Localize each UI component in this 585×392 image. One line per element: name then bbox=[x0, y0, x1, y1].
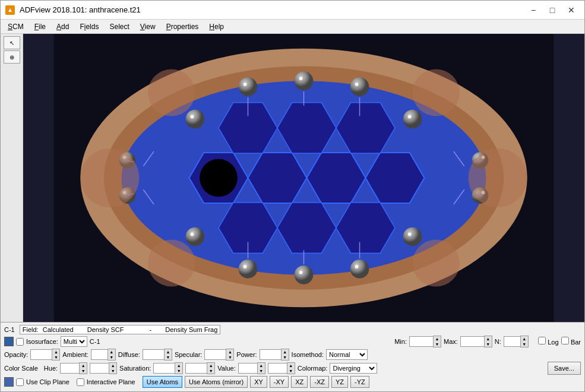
control-row-3: Opacity: 100 ▲ ▼ Ambient: 1 ▲ ▼ Diffuse:… bbox=[4, 349, 581, 361]
ambient-down[interactable]: ▼ bbox=[108, 355, 115, 360]
left-tool-1[interactable]: ↖ bbox=[4, 36, 20, 49]
sat1-up[interactable]: ▲ bbox=[175, 363, 182, 368]
isosurface-dropdown[interactable]: Multi Single bbox=[61, 336, 87, 347]
sat2-input[interactable]: 100 bbox=[185, 363, 207, 374]
save-button[interactable]: Save... bbox=[548, 362, 581, 375]
specular-label: Specular: bbox=[175, 351, 202, 358]
isomethod-dropdown[interactable]: Normal Smooth bbox=[326, 349, 368, 360]
sat2-spin[interactable]: 100 ▲ ▼ bbox=[185, 362, 215, 374]
svg-point-32 bbox=[295, 71, 314, 90]
n-spin[interactable]: 7 ▲ ▼ bbox=[504, 336, 529, 347]
use-atoms-mirror-button[interactable]: Use Atoms (mirror) bbox=[185, 376, 248, 388]
svg-point-70 bbox=[355, 265, 359, 268]
colormap-dropdown[interactable]: Diverging Rainbow Grayscale bbox=[330, 363, 377, 374]
hue1-down[interactable]: ▼ bbox=[80, 368, 87, 374]
min-input[interactable]: -0.010C bbox=[409, 336, 433, 347]
specular-up[interactable]: ▲ bbox=[226, 349, 233, 355]
yz-button[interactable]: YZ bbox=[331, 376, 348, 388]
sat2-down[interactable]: ▼ bbox=[207, 368, 214, 374]
hue2-up[interactable]: ▲ bbox=[109, 363, 116, 368]
menu-select[interactable]: Select bbox=[105, 21, 134, 32]
opacity-spin[interactable]: 100 ▲ ▼ bbox=[30, 349, 60, 361]
min-up[interactable]: ▲ bbox=[434, 336, 441, 342]
val1-spin[interactable]: 99 ▲ ▼ bbox=[238, 362, 265, 374]
power-spin[interactable]: 70 ▲ ▼ bbox=[260, 349, 289, 361]
xz-button[interactable]: XZ bbox=[291, 376, 308, 388]
val2-input[interactable]: 99 bbox=[268, 363, 287, 374]
val1-input[interactable]: 99 bbox=[238, 363, 257, 374]
opacity-input[interactable]: 100 bbox=[30, 349, 52, 360]
diffuse-down[interactable]: ▼ bbox=[165, 355, 172, 360]
menu-add[interactable]: Add bbox=[52, 21, 74, 32]
svg-point-39 bbox=[186, 227, 205, 246]
menu-view[interactable]: View bbox=[135, 21, 160, 32]
opacity-up[interactable]: ▲ bbox=[52, 349, 59, 355]
n-down[interactable]: ▼ bbox=[521, 342, 528, 347]
opacity-down[interactable]: ▼ bbox=[52, 355, 59, 360]
neg-xz-button[interactable]: -XZ bbox=[310, 376, 329, 388]
log-checkbox[interactable] bbox=[538, 337, 546, 344]
menu-help[interactable]: Help bbox=[204, 21, 229, 32]
interactive-plane-checkbox[interactable] bbox=[77, 378, 84, 386]
max-spin[interactable]: 0.01000 ▲ ▼ bbox=[460, 336, 492, 347]
svg-point-71 bbox=[190, 233, 194, 236]
isosurface-checkbox[interactable] bbox=[16, 338, 24, 346]
use-clip-plane-label: Use Clip Plane bbox=[26, 378, 69, 385]
power-up[interactable]: ▲ bbox=[282, 349, 289, 355]
hue2-spin[interactable]: 65 ▲ ▼ bbox=[90, 362, 117, 374]
hue2-down[interactable]: ▼ bbox=[109, 368, 116, 374]
hue1-spin[interactable]: 0 ▲ ▼ bbox=[60, 362, 87, 374]
n-input[interactable]: 7 bbox=[504, 336, 520, 347]
power-input[interactable]: 70 bbox=[260, 349, 281, 360]
sat1-spin[interactable]: 100 ▲ ▼ bbox=[153, 362, 183, 374]
power-down[interactable]: ▼ bbox=[282, 355, 289, 360]
left-tool-2[interactable]: ⊕ bbox=[4, 50, 20, 64]
log-checkbox-group: Log bbox=[538, 337, 559, 346]
maximize-button[interactable]: □ bbox=[544, 4, 561, 17]
ambient-input[interactable]: 1 bbox=[91, 349, 107, 360]
specular-down[interactable]: ▼ bbox=[226, 355, 233, 360]
sat2-up[interactable]: ▲ bbox=[207, 363, 214, 368]
svg-point-36 bbox=[239, 260, 258, 279]
neg-yz-button[interactable]: -YZ bbox=[350, 376, 369, 388]
val2-down[interactable]: ▼ bbox=[287, 368, 295, 374]
close-button[interactable]: ✕ bbox=[563, 4, 580, 17]
max-down[interactable]: ▼ bbox=[485, 342, 492, 347]
menu-file[interactable]: File bbox=[30, 21, 50, 32]
specular-input[interactable]: 50 bbox=[204, 349, 226, 360]
xy-button[interactable]: XY bbox=[250, 376, 267, 388]
val1-down[interactable]: ▼ bbox=[258, 368, 265, 374]
specular-spin[interactable]: 50 ▲ ▼ bbox=[204, 349, 234, 361]
ambient-spin[interactable]: 1 ▲ ▼ bbox=[91, 349, 116, 361]
hue1-up[interactable]: ▲ bbox=[80, 363, 87, 368]
min-down[interactable]: ▼ bbox=[434, 342, 441, 347]
minimize-button[interactable]: − bbox=[525, 4, 542, 17]
bar-checkbox-group: Bar bbox=[561, 337, 581, 346]
sat1-down[interactable]: ▼ bbox=[175, 368, 182, 374]
neg-xy-button[interactable]: -XY bbox=[270, 376, 289, 388]
field-label: Field: bbox=[23, 326, 39, 333]
diffuse-up[interactable]: ▲ bbox=[165, 349, 172, 355]
hue1-input[interactable]: 0 bbox=[60, 363, 79, 374]
viewport[interactable] bbox=[23, 34, 584, 322]
menu-fields[interactable]: Fields bbox=[75, 21, 103, 32]
max-up[interactable]: ▲ bbox=[485, 336, 492, 342]
diffuse-spin[interactable]: 70 ▲ ▼ bbox=[143, 349, 172, 361]
val2-spin[interactable]: 99 ▲ ▼ bbox=[268, 362, 295, 374]
n-up[interactable]: ▲ bbox=[521, 336, 528, 342]
val2-up[interactable]: ▲ bbox=[287, 363, 295, 368]
ambient-up[interactable]: ▲ bbox=[108, 349, 115, 355]
diffuse-input[interactable]: 70 bbox=[143, 349, 164, 360]
min-spin[interactable]: -0.010C ▲ ▼ bbox=[409, 336, 441, 347]
opacity-label: Opacity: bbox=[4, 351, 28, 358]
menu-scm[interactable]: SCM bbox=[3, 21, 29, 32]
svg-point-68 bbox=[244, 265, 247, 268]
bar-checkbox[interactable] bbox=[561, 337, 569, 344]
val1-up[interactable]: ▲ bbox=[258, 363, 265, 368]
use-atoms-button[interactable]: Use Atoms bbox=[143, 376, 182, 388]
sat1-input[interactable]: 100 bbox=[153, 363, 175, 374]
menu-properties[interactable]: Properties bbox=[162, 21, 204, 32]
max-input[interactable]: 0.01000 bbox=[460, 336, 484, 347]
use-clip-plane-checkbox[interactable] bbox=[16, 378, 24, 386]
hue2-input[interactable]: 65 bbox=[90, 363, 109, 374]
